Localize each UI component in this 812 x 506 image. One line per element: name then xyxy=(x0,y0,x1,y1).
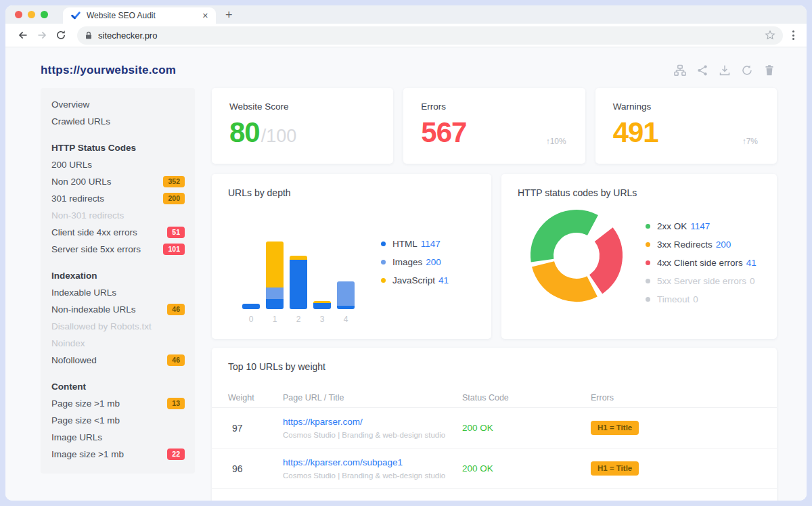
legend-dot xyxy=(381,278,386,283)
forward-icon[interactable] xyxy=(34,27,50,43)
sidebar-item-indexable-urls[interactable]: Indexable URLs xyxy=(51,284,185,301)
bar-chart-legend: HTML1147Images200JavaScript41 xyxy=(381,239,449,294)
column-header-weight: Weight xyxy=(228,393,283,402)
bar-axis-label: 2 xyxy=(290,315,307,324)
delete-icon[interactable] xyxy=(763,64,775,76)
sidebar-item-badge: 46 xyxy=(167,304,185,315)
sidebar-item-non-301-redirects[interactable]: Non-301 redirects xyxy=(51,207,185,224)
website-score-value: 80 xyxy=(229,118,260,147)
sidebar-item-image-urls[interactable]: Image URLs xyxy=(51,429,185,446)
row-weight: 96 xyxy=(228,463,283,474)
row-url-cell: https://kparser.com/Cosmos Studio | Bran… xyxy=(283,417,462,439)
sidebar-item-301-redirects[interactable]: 301 redirects200 xyxy=(51,190,185,207)
reload-icon[interactable] xyxy=(53,27,69,43)
legend-item-images[interactable]: Images200 xyxy=(381,257,449,267)
tab-strip: Website SEO Audit ✕ + xyxy=(5,5,807,24)
sidebar-item-server-side-5xx-errors[interactable]: Server side 5xx errors101 xyxy=(51,241,185,258)
charts-row: URLs by depth 01234 HTML1147Images200Jav… xyxy=(212,174,777,339)
table-row[interactable]: 96https://kparser.com/subpage1Cosmos Stu… xyxy=(212,448,777,488)
legend-value: 1147 xyxy=(690,221,710,231)
sidebar-item-label: Indexable URLs xyxy=(51,288,116,298)
legend-item-2xx-ok[interactable]: 2xx OK1147 xyxy=(646,221,757,231)
chart-title: URLs by depth xyxy=(228,187,475,198)
refresh-icon[interactable] xyxy=(741,64,753,76)
sidebar-item-non-indexable-urls[interactable]: Non-indexable URLs46 xyxy=(51,301,185,318)
sidebar-item-label: 200 URLs xyxy=(51,160,92,170)
row-status-code: 200 OK xyxy=(462,463,591,474)
row-url-cell: https://kparser.com/subpage1Cosmos Studi… xyxy=(283,457,462,480)
errors-delta: ↑10% xyxy=(546,137,566,146)
urls-by-depth-chart xyxy=(242,242,355,309)
bar-axis-label: 1 xyxy=(266,315,284,324)
sidebar-item-disallowed-by-robots-txt[interactable]: Disallowed by Robots.txt xyxy=(51,318,185,335)
sidebar-item-label: Page size <1 mb xyxy=(51,415,120,426)
sidebar-item-nofollowed[interactable]: Nofollowed46 xyxy=(51,352,185,369)
minimize-window-button[interactable] xyxy=(28,11,35,18)
new-tab-button[interactable]: + xyxy=(225,9,233,21)
legend-value: 200 xyxy=(716,239,731,250)
website-score-card: Website Score 80 /100 xyxy=(212,88,393,164)
sidebar-heading-http-status-codes: HTTP Status Codes xyxy=(51,139,185,156)
sidebar-item-label: Page size >1 mb xyxy=(51,398,120,409)
sidebar-item-label: Nofollowed xyxy=(51,355,97,365)
sidebar-item-200-urls[interactable]: 200 URLs xyxy=(51,156,185,173)
back-icon[interactable] xyxy=(15,27,31,43)
sidebar-item-page-size-1-mb[interactable]: Page size <1 mb xyxy=(51,412,185,429)
legend-item-html[interactable]: HTML1147 xyxy=(381,239,449,249)
bar-segment-html xyxy=(266,299,284,309)
share-icon[interactable] xyxy=(696,64,708,76)
sidebar-item-badge: 46 xyxy=(167,354,185,366)
chart-title: HTTP status codes by URLs xyxy=(518,187,761,198)
sidebar-item-overview[interactable]: Overview xyxy=(51,96,185,113)
row-url-link[interactable]: https://kparser.com/ xyxy=(283,417,462,427)
sidebar-item-image-size-1-mb[interactable]: Image size >1 mb22 xyxy=(51,446,185,463)
legend-value: 200 xyxy=(426,257,441,267)
tab-close-icon[interactable]: ✕ xyxy=(200,12,210,20)
sidebar-item-noindex[interactable]: Noindex xyxy=(51,335,185,352)
table-row[interactable]: 97https://kparser.com/Cosmos Studio | Br… xyxy=(212,408,777,448)
browser-tab[interactable]: Website SEO Audit ✕ xyxy=(63,7,216,24)
error-badge: H1 = Title xyxy=(591,461,639,476)
url-text[interactable]: sitechecker.pro xyxy=(98,30,765,41)
errors-value: 567 xyxy=(421,118,466,147)
row-url-link[interactable]: https://kparser.com/subpage1 xyxy=(283,457,462,467)
bar-depth-1 xyxy=(266,242,284,309)
legend-item-4xx-client-side-errors[interactable]: 4xx Client side errors41 xyxy=(646,258,757,268)
bar-segment-images xyxy=(337,281,355,306)
legend-value: 1147 xyxy=(421,239,441,249)
download-icon[interactable] xyxy=(719,64,731,76)
legend-dot xyxy=(646,224,650,229)
bar-segment-html xyxy=(313,303,331,309)
legend-item-5xx-server-side-errors[interactable]: 5xx Server side errors0 xyxy=(646,276,757,286)
sidebar-item-label: Client side 4xx errors xyxy=(51,227,137,237)
legend-item-timeout[interactable]: Timeout0 xyxy=(646,294,757,304)
browser-navbar: sitechecker.pro xyxy=(5,24,807,47)
bar-axis-labels: 01234 xyxy=(242,315,355,324)
sitemap-icon[interactable] xyxy=(674,64,686,76)
sidebar-item-client-side-4xx-errors[interactable]: Client side 4xx errors51 xyxy=(51,224,185,241)
bar-axis-label: 3 xyxy=(313,315,331,324)
sidebar-item-non-200-urls[interactable]: Non 200 URLs352 xyxy=(51,173,185,190)
legend-label: 4xx Client side errors xyxy=(657,258,743,268)
legend-item-3xx-redirects[interactable]: 3xx Redirects200 xyxy=(646,239,757,250)
sidebar-item-label: Noindex xyxy=(51,338,85,348)
legend-value: 0 xyxy=(693,294,698,304)
column-header-errors: Errors xyxy=(591,393,761,402)
sidebar-item-crawled-urls[interactable]: Crawled URLs xyxy=(51,113,185,130)
bookmark-star-icon[interactable] xyxy=(765,30,775,41)
sidebar-item-page-size-1-mb[interactable]: Page size >1 mb13 xyxy=(51,395,185,412)
page-header: https://yourwebsite.com xyxy=(5,47,807,88)
legend-dot xyxy=(381,242,386,246)
warnings-delta: ↑7% xyxy=(742,137,758,146)
sidebar-heading-indexation: Indexation xyxy=(51,267,185,284)
sidebar-item-label: Non-indexable URLs xyxy=(51,304,136,315)
sidebar-item-label: Overview xyxy=(51,99,89,110)
browser-menu-icon[interactable] xyxy=(788,28,798,42)
address-bar[interactable]: sitechecker.pro xyxy=(77,26,783,45)
sidebar-item-badge: 101 xyxy=(163,244,185,255)
maximize-window-button[interactable] xyxy=(41,11,48,18)
dashboard-page: https://yourwebsite.com xyxy=(5,47,807,501)
bar-depth-3 xyxy=(313,301,331,309)
legend-item-javascript[interactable]: JavaScript41 xyxy=(381,275,449,285)
close-window-button[interactable] xyxy=(15,11,22,18)
